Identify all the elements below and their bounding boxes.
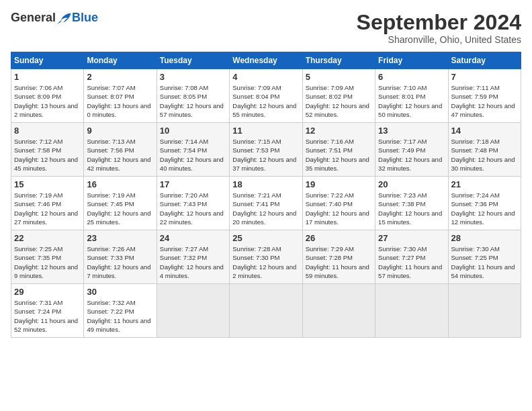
- day-number: 22: [14, 233, 81, 243]
- day-number: 21: [451, 179, 518, 189]
- day-number: 18: [232, 179, 299, 189]
- calendar-cell: 4Sunrise: 7:09 AMSunset: 8:04 PMDaylight…: [230, 69, 302, 123]
- calendar-cell: [302, 284, 375, 338]
- day-info: Sunrise: 7:19 AMSunset: 7:45 PMDaylight:…: [87, 191, 150, 226]
- calendar-week-3: 15Sunrise: 7:19 AMSunset: 7:46 PMDayligh…: [11, 177, 521, 230]
- header-row-table: Sunday Monday Tuesday Wednesday Thursday…: [11, 52, 521, 69]
- day-number: 10: [160, 126, 226, 136]
- day-number: 25: [232, 233, 299, 243]
- logo-blue: Blue: [72, 11, 98, 25]
- calendar-cell: 11Sunrise: 7:15 AMSunset: 7:53 PMDayligh…: [230, 123, 302, 177]
- calendar-cell: 12Sunrise: 7:16 AMSunset: 7:51 PMDayligh…: [302, 123, 375, 177]
- day-info: Sunrise: 7:25 AMSunset: 7:35 PMDaylight:…: [14, 245, 78, 279]
- day-info: Sunrise: 7:10 AMSunset: 8:01 PMDaylight:…: [378, 84, 442, 118]
- title-block: September 2024 Sharonville, Ohio, United…: [357, 11, 521, 45]
- col-monday: Monday: [84, 52, 157, 69]
- day-number: 19: [306, 179, 372, 189]
- col-sunday: Sunday: [11, 52, 84, 69]
- day-number: 24: [160, 233, 226, 243]
- calendar-cell: 28Sunrise: 7:30 AMSunset: 7:25 PMDayligh…: [448, 230, 521, 284]
- logo: General Blue: [11, 11, 98, 25]
- day-info: Sunrise: 7:31 AMSunset: 7:24 PMDaylight:…: [14, 299, 78, 333]
- calendar-cell: 20Sunrise: 7:23 AMSunset: 7:38 PMDayligh…: [375, 177, 448, 230]
- calendar-week-4: 22Sunrise: 7:25 AMSunset: 7:35 PMDayligh…: [11, 230, 521, 284]
- day-info: Sunrise: 7:26 AMSunset: 7:33 PMDaylight:…: [87, 245, 150, 279]
- day-number: 11: [232, 126, 299, 136]
- calendar-cell: 3Sunrise: 7:08 AMSunset: 8:05 PMDaylight…: [157, 69, 229, 123]
- day-info: Sunrise: 7:09 AMSunset: 8:04 PMDaylight:…: [232, 84, 296, 118]
- day-info: Sunrise: 7:28 AMSunset: 7:30 PMDaylight:…: [232, 245, 296, 279]
- calendar-week-2: 8Sunrise: 7:12 AMSunset: 7:58 PMDaylight…: [11, 123, 521, 177]
- calendar-cell: [448, 284, 521, 338]
- day-info: Sunrise: 7:07 AMSunset: 8:07 PMDaylight:…: [87, 84, 150, 118]
- calendar-cell: 30Sunrise: 7:32 AMSunset: 7:22 PMDayligh…: [84, 284, 157, 338]
- day-info: Sunrise: 7:14 AMSunset: 7:54 PMDaylight:…: [160, 138, 224, 172]
- day-number: 9: [87, 126, 153, 136]
- calendar-cell: 26Sunrise: 7:29 AMSunset: 7:28 PMDayligh…: [302, 230, 375, 284]
- calendar-week-5: 29Sunrise: 7:31 AMSunset: 7:24 PMDayligh…: [11, 284, 521, 338]
- day-info: Sunrise: 7:06 AMSunset: 8:09 PMDaylight:…: [14, 84, 78, 118]
- day-number: 29: [14, 287, 81, 297]
- location: Sharonville, Ohio, United States: [357, 34, 521, 45]
- header-row: General Blue September 2024 Sharonville,…: [11, 11, 521, 45]
- day-number: 16: [87, 179, 153, 189]
- calendar-cell: 24Sunrise: 7:27 AMSunset: 7:32 PMDayligh…: [157, 230, 229, 284]
- day-info: Sunrise: 7:17 AMSunset: 7:49 PMDaylight:…: [378, 138, 442, 172]
- day-info: Sunrise: 7:27 AMSunset: 7:32 PMDaylight:…: [160, 245, 224, 279]
- calendar-cell: 1Sunrise: 7:06 AMSunset: 8:09 PMDaylight…: [11, 69, 84, 123]
- col-tuesday: Tuesday: [157, 52, 229, 69]
- calendar-cell: 25Sunrise: 7:28 AMSunset: 7:30 PMDayligh…: [230, 230, 302, 284]
- day-number: 17: [160, 179, 226, 189]
- day-info: Sunrise: 7:13 AMSunset: 7:56 PMDaylight:…: [87, 138, 150, 172]
- day-number: 14: [451, 126, 518, 136]
- calendar-cell: 22Sunrise: 7:25 AMSunset: 7:35 PMDayligh…: [11, 230, 84, 284]
- day-info: Sunrise: 7:15 AMSunset: 7:53 PMDaylight:…: [232, 138, 296, 172]
- calendar-cell: 18Sunrise: 7:21 AMSunset: 7:41 PMDayligh…: [230, 177, 302, 230]
- day-info: Sunrise: 7:32 AMSunset: 7:22 PMDaylight:…: [87, 299, 150, 333]
- day-info: Sunrise: 7:23 AMSunset: 7:38 PMDaylight:…: [378, 191, 442, 226]
- day-info: Sunrise: 7:21 AMSunset: 7:41 PMDaylight:…: [232, 191, 296, 226]
- day-number: 4: [232, 72, 299, 82]
- day-number: 6: [378, 72, 445, 82]
- day-info: Sunrise: 7:29 AMSunset: 7:28 PMDaylight:…: [306, 245, 369, 279]
- day-number: 12: [306, 126, 372, 136]
- calendar-cell: 6Sunrise: 7:10 AMSunset: 8:01 PMDaylight…: [375, 69, 448, 123]
- calendar-cell: 5Sunrise: 7:09 AMSunset: 8:02 PMDaylight…: [302, 69, 375, 123]
- day-number: 5: [306, 72, 372, 82]
- day-info: Sunrise: 7:08 AMSunset: 8:05 PMDaylight:…: [160, 84, 224, 118]
- day-number: 15: [14, 179, 81, 189]
- day-number: 30: [87, 287, 153, 297]
- day-info: Sunrise: 7:20 AMSunset: 7:43 PMDaylight:…: [160, 191, 224, 226]
- calendar-cell: 8Sunrise: 7:12 AMSunset: 7:58 PMDaylight…: [11, 123, 84, 177]
- day-info: Sunrise: 7:11 AMSunset: 7:59 PMDaylight:…: [451, 84, 515, 118]
- day-info: Sunrise: 7:30 AMSunset: 7:25 PMDaylight:…: [451, 245, 515, 279]
- day-info: Sunrise: 7:30 AMSunset: 7:27 PMDaylight:…: [378, 245, 442, 279]
- day-number: 3: [160, 72, 226, 82]
- day-number: 2: [87, 72, 153, 82]
- calendar-cell: 2Sunrise: 7:07 AMSunset: 8:07 PMDaylight…: [84, 69, 157, 123]
- day-info: Sunrise: 7:12 AMSunset: 7:58 PMDaylight:…: [14, 138, 78, 172]
- calendar-cell: 14Sunrise: 7:18 AMSunset: 7:48 PMDayligh…: [448, 123, 521, 177]
- day-number: 27: [378, 233, 445, 243]
- day-number: 23: [87, 233, 153, 243]
- day-number: 7: [451, 72, 518, 82]
- calendar-cell: 17Sunrise: 7:20 AMSunset: 7:43 PMDayligh…: [157, 177, 229, 230]
- day-info: Sunrise: 7:19 AMSunset: 7:46 PMDaylight:…: [14, 191, 78, 226]
- day-info: Sunrise: 7:24 AMSunset: 7:36 PMDaylight:…: [451, 191, 515, 226]
- calendar-cell: 23Sunrise: 7:26 AMSunset: 7:33 PMDayligh…: [84, 230, 157, 284]
- day-number: 8: [14, 126, 81, 136]
- day-number: 13: [378, 126, 445, 136]
- calendar-cell: 29Sunrise: 7:31 AMSunset: 7:24 PMDayligh…: [11, 284, 84, 338]
- col-saturday: Saturday: [448, 52, 521, 69]
- day-info: Sunrise: 7:18 AMSunset: 7:48 PMDaylight:…: [451, 138, 515, 172]
- logo-general: General: [11, 11, 56, 25]
- calendar-cell: 21Sunrise: 7:24 AMSunset: 7:36 PMDayligh…: [448, 177, 521, 230]
- logo-text: General Blue: [11, 11, 98, 25]
- calendar-table: Sunday Monday Tuesday Wednesday Thursday…: [11, 52, 521, 338]
- day-number: 26: [306, 233, 372, 243]
- calendar-cell: 10Sunrise: 7:14 AMSunset: 7:54 PMDayligh…: [157, 123, 229, 177]
- col-friday: Friday: [375, 52, 448, 69]
- month-title: September 2024: [357, 11, 521, 34]
- calendar-cell: 7Sunrise: 7:11 AMSunset: 7:59 PMDaylight…: [448, 69, 521, 123]
- calendar-cell: 27Sunrise: 7:30 AMSunset: 7:27 PMDayligh…: [375, 230, 448, 284]
